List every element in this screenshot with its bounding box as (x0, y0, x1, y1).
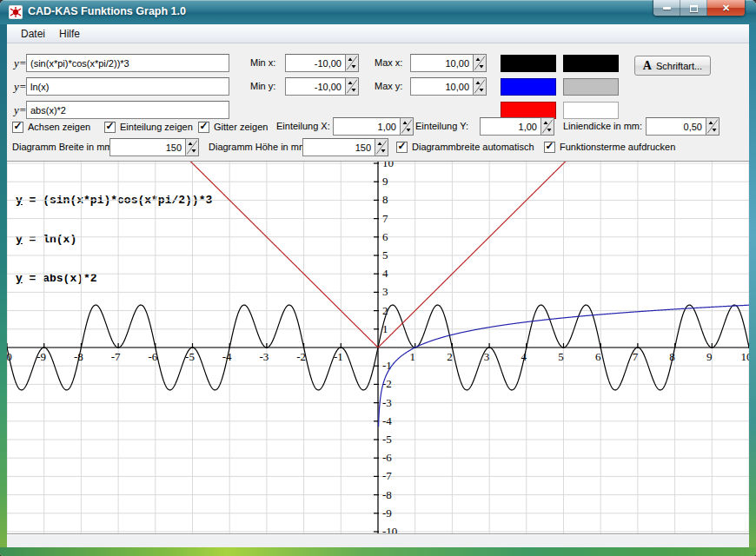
breite-spinner[interactable] (186, 138, 199, 156)
min-x-input[interactable] (285, 54, 346, 72)
einteilung-x-label: Einteilung X: (276, 117, 330, 136)
gitter-checkbox-box[interactable]: ✓ (198, 122, 209, 133)
svg-text:-1: -1 (382, 359, 392, 372)
diagrammbreite-checkbox-box[interactable]: ✓ (396, 142, 408, 153)
svg-text:-3: -3 (259, 350, 269, 363)
function-plot: -10-9-8-7-6-5-4-3-2-112345678910-10-9-8-… (7, 162, 749, 533)
check-icon: ✓ (105, 121, 114, 131)
svg-text:6: 6 (382, 230, 388, 243)
menu-item-hilfe[interactable]: Hilfe (52, 26, 87, 42)
max-x-input[interactable] (410, 54, 474, 72)
checkbox-achsen[interactable]: ✓ Achsen zeigen (12, 120, 90, 134)
title-bar[interactable]: CAD-KAS Funktions Graph 1.0 ✕ (0, 0, 756, 24)
fn3-label: y= (14, 101, 27, 119)
menu-item-datei[interactable]: Datei (14, 26, 52, 42)
einteilung-y-spinner[interactable] (541, 117, 554, 136)
svg-text:8: 8 (382, 193, 388, 206)
function-input-1[interactable] (26, 54, 229, 72)
svg-text:5: 5 (558, 350, 564, 363)
window-controls: ✕ (653, 0, 746, 17)
max-x-label: Max x: (375, 54, 402, 72)
checkbox-funktionsterme[interactable]: ✓ Funktionsterme aufdrucken (544, 140, 675, 154)
close-icon: ✕ (722, 3, 730, 13)
close-button[interactable]: ✕ (707, 0, 745, 17)
min-y-spinner[interactable] (346, 77, 359, 96)
svg-text:-5: -5 (185, 350, 195, 363)
hoehe-spinner[interactable] (375, 138, 388, 156)
svg-text:-6: -6 (382, 451, 392, 464)
svg-text:6: 6 (595, 350, 601, 363)
color-swatch-grid[interactable] (563, 78, 619, 96)
window-frame-bottom (0, 547, 756, 556)
max-x-spinner[interactable] (474, 54, 487, 72)
check-icon: ✓ (397, 141, 406, 151)
funktionsterme-checkbox-box[interactable]: ✓ (544, 142, 555, 153)
svg-text:3: 3 (382, 285, 388, 298)
plot-area: y = (sin(x*pi)*cos(x*pi/2))*3 y = ln(x) … (7, 162, 749, 533)
min-y-input[interactable] (285, 77, 346, 96)
einteilung-x-spinner[interactable] (401, 117, 414, 136)
color-swatch-axes[interactable] (563, 55, 619, 72)
svg-text:2: 2 (447, 350, 453, 363)
min-y-label: Min y: (250, 77, 275, 96)
achsen-checkbox-box[interactable]: ✓ (12, 122, 23, 133)
svg-text:2: 2 (382, 304, 388, 317)
window-title: CAD-KAS Funktions Graph 1.0 (28, 0, 186, 24)
hoehe-label: Diagramm Höhe in mm: (209, 138, 309, 156)
svg-text:9: 9 (382, 175, 388, 188)
function-input-2[interactable] (26, 77, 229, 96)
svg-text:4: 4 (382, 267, 388, 280)
function-input-3[interactable] (26, 101, 229, 119)
einteilung-y-field (480, 117, 554, 136)
liniendicke-label: Liniendicke in mm: (563, 117, 642, 136)
hoehe-input[interactable] (302, 138, 375, 156)
einteilung-label: Einteilung zeigen (120, 122, 193, 132)
control-panel: y= y= y= Min x: Max x: Min y: Max y: (7, 43, 749, 162)
min-x-field (285, 54, 359, 72)
liniendicke-spinner[interactable] (706, 117, 720, 136)
einteilung-y-input[interactable] (480, 117, 541, 136)
breite-input[interactable] (109, 138, 186, 156)
fn2-label: y= (14, 77, 27, 96)
window-frame-left (0, 24, 7, 556)
check-icon: ✓ (199, 121, 208, 131)
max-y-spinner[interactable] (474, 77, 487, 96)
svg-text:-7: -7 (111, 350, 121, 363)
checkbox-einteilung[interactable]: ✓ Einteilung zeigen (104, 120, 193, 134)
gitter-label: Gitter zeigen (214, 122, 268, 132)
font-button-label: Schriftart... (656, 61, 702, 71)
liniendicke-field (646, 117, 720, 136)
min-x-spinner[interactable] (346, 54, 359, 72)
color-swatch-fn3[interactable] (501, 102, 556, 119)
fn1-label: y= (14, 54, 27, 72)
funktionsterme-label: Funktionsterme aufdrucken (560, 142, 675, 152)
svg-text:-10: -10 (382, 525, 397, 533)
svg-text:10: 10 (382, 162, 394, 169)
color-swatch-fn2[interactable] (501, 78, 556, 96)
hoehe-field (302, 138, 388, 156)
svg-text:-7: -7 (382, 469, 392, 482)
check-icon: ✓ (545, 141, 554, 151)
checkbox-gitter[interactable]: ✓ Gitter zeigen (198, 120, 268, 134)
svg-text:-3: -3 (382, 396, 392, 409)
window-frame-right (749, 24, 756, 556)
maximize-button[interactable] (680, 0, 707, 17)
minimize-button[interactable] (653, 0, 680, 17)
einteilung-checkbox-box[interactable]: ✓ (104, 122, 116, 133)
svg-text:-2: -2 (382, 377, 392, 390)
check-icon: ✓ (13, 121, 22, 131)
font-icon: A (643, 59, 652, 73)
min-y-field (285, 77, 359, 96)
checkbox-diagrammbreite[interactable]: ✓ Diagrammbreite automatisch (396, 140, 534, 154)
max-y-input[interactable] (410, 77, 474, 96)
app-window: CAD-KAS Funktions Graph 1.0 ✕ Datei Hilf… (0, 0, 756, 556)
svg-text:5: 5 (382, 248, 388, 261)
svg-text:10: 10 (741, 350, 750, 363)
liniendicke-input[interactable] (646, 117, 706, 136)
svg-text:9: 9 (706, 350, 713, 363)
color-swatch-background[interactable] (563, 102, 619, 119)
color-swatch-fn1[interactable] (501, 55, 556, 72)
font-button[interactable]: A Schriftart... (634, 56, 711, 76)
einteilung-x-input[interactable] (333, 117, 401, 136)
maximize-icon (690, 5, 698, 12)
